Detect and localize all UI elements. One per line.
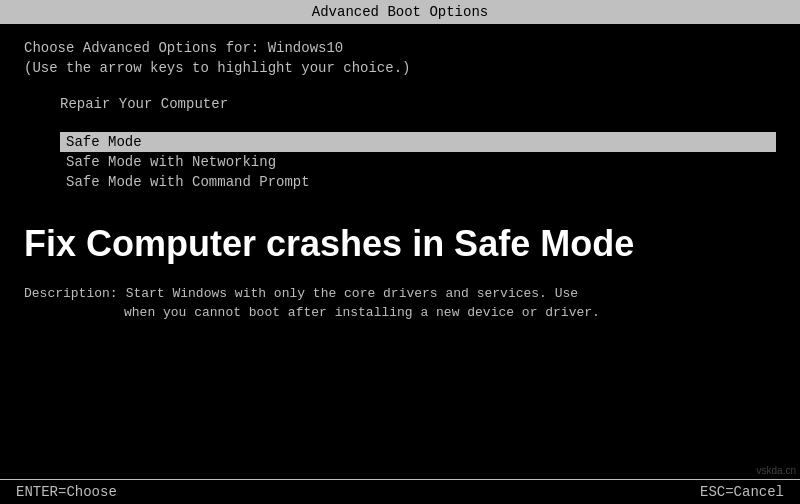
description-label: Description: — [24, 284, 118, 304]
big-title: Fix Computer crashes in Safe Mode — [24, 224, 776, 264]
menu-item[interactable]: Safe Mode with Networking — [60, 152, 776, 172]
title-bar: Advanced Boot Options — [0, 0, 800, 24]
choose-line: Choose Advanced Options for: Windows10 — [24, 40, 776, 56]
menu-item[interactable]: Safe Mode — [60, 132, 776, 152]
bottom-bar: ENTER=Choose ESC=Cancel — [0, 479, 800, 504]
title-text: Advanced Boot Options — [312, 4, 488, 20]
esc-label: ESC=Cancel — [700, 484, 784, 500]
repair-line: Repair Your Computer — [60, 96, 776, 112]
menu-item[interactable]: Safe Mode with Command Prompt — [60, 172, 776, 192]
arrow-line: (Use the arrow keys to highlight your ch… — [24, 60, 776, 76]
watermark: vskda.cn — [757, 465, 796, 476]
enter-label: ENTER=Choose — [16, 484, 117, 500]
menu-items: Safe ModeSafe Mode with NetworkingSafe M… — [24, 132, 776, 192]
boot-options-screen: Advanced Boot Options Choose Advanced Op… — [0, 0, 800, 504]
description-line1: Description: Start Windows with only the… — [24, 284, 776, 304]
description-text-1: Start Windows with only the core drivers… — [126, 284, 578, 304]
description-line2: when you cannot boot after installing a … — [124, 303, 776, 323]
main-content: Choose Advanced Options for: Windows10 (… — [0, 24, 800, 479]
description-block: Description: Start Windows with only the… — [24, 284, 776, 323]
